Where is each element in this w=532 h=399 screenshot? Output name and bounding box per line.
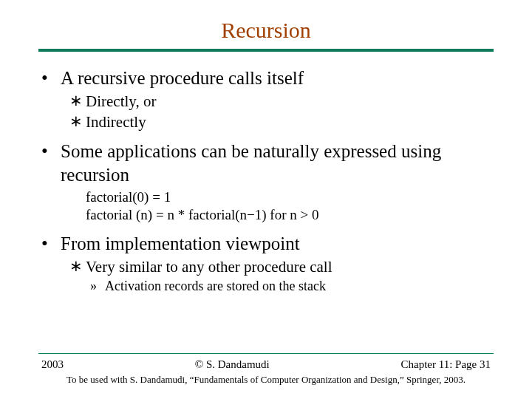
bullet-level3: » Activation records are stored on the s… (90, 278, 491, 295)
bullet-level1: • A recursive procedure calls itself (41, 66, 491, 90)
bullet-text: Activation records are stored on the sta… (105, 278, 326, 295)
footer-credit: To be used with S. Dandamudi, “Fundament… (0, 374, 532, 386)
bullet-text: A recursive procedure calls itself (61, 66, 304, 90)
bullet-text: Indirectly (86, 112, 146, 132)
bullet-level2: ∗ Indirectly (69, 112, 491, 132)
slide-title: Recursion (0, 0, 532, 49)
bullet-level2: ∗ Very similar to any other procedure ca… (69, 257, 491, 276)
footer-copyright: © S. Dandamudi (195, 358, 270, 371)
bullet-dot-icon: • (41, 232, 61, 256)
bullet-star-icon: ∗ (69, 92, 86, 111)
bullet-dot-icon: • (41, 66, 61, 90)
bullet-star-icon: ∗ (69, 112, 86, 132)
footer-page: Chapter 11: Page 31 (400, 358, 491, 371)
code-line: factorial (n) = n * factorial(n−1) for n… (86, 206, 491, 225)
bullet-text: Very similar to any other procedure call (86, 257, 332, 276)
slide-footer: 2003 © S. Dandamudi Chapter 11: Page 31 … (0, 353, 532, 386)
code-line: factorial(0) = 1 (86, 188, 491, 207)
footer-year: 2003 (41, 358, 64, 371)
bullet-text: Some applications can be naturally expre… (61, 140, 491, 187)
footer-rule (38, 353, 494, 354)
bullet-star-icon: ∗ (69, 257, 86, 276)
code-block: factorial(0) = 1 factorial (n) = n * fac… (86, 188, 491, 225)
bullet-level2: ∗ Directly, or (69, 92, 491, 111)
bullet-level1: • From implementation viewpoint (41, 232, 491, 256)
slide-content: • A recursive procedure calls itself ∗ D… (0, 52, 532, 295)
bullet-raquo-icon: » (90, 278, 105, 295)
bullet-level1: • Some applications can be naturally exp… (41, 140, 491, 187)
bullet-text: From implementation viewpoint (61, 232, 300, 256)
footer-row: 2003 © S. Dandamudi Chapter 11: Page 31 (0, 358, 532, 371)
bullet-text: Directly, or (86, 92, 156, 111)
slide: Recursion • A recursive procedure calls … (0, 0, 532, 399)
bullet-dot-icon: • (41, 140, 61, 187)
